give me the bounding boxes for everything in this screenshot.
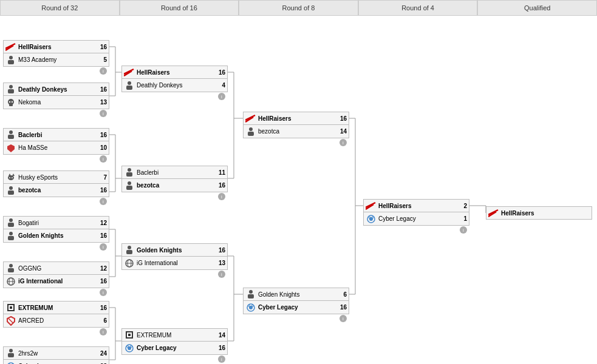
svg-rect-18 — [8, 190, 14, 195]
r4m1-team2-score: 1 — [457, 215, 467, 222]
hr-icon-3 — [245, 113, 256, 124]
qualified-team1: HellRaisers — [486, 206, 592, 220]
shield2-icon — [5, 315, 16, 326]
r32-match-1: HellRaisers 16 M33 Academy 5 i — [3, 40, 109, 75]
svg-rect-61 — [248, 132, 254, 136]
r32m1-team2-score: 5 — [97, 56, 107, 63]
player-icon-14 — [245, 289, 256, 300]
info-btn-r16m1[interactable]: i — [218, 93, 225, 100]
r8-match-1: HellRaisers 16 bezotca 14 i — [243, 112, 349, 147]
round-header-r4: Round of 4 — [358, 0, 478, 16]
svg-point-9 — [12, 101, 13, 102]
r32m4-team2-score: 16 — [97, 187, 107, 194]
r32m5-team1-score: 12 — [97, 220, 107, 226]
svg-rect-3 — [8, 60, 14, 64]
r16m1-team2-score: 4 — [216, 82, 225, 89]
hr-icon-2 — [124, 67, 135, 78]
r16m4-team1-name: EXTREMUM — [137, 332, 214, 339]
r32m6-team2-score: 16 — [97, 278, 107, 285]
svg-point-10 — [9, 130, 13, 134]
info-btn-r16m3[interactable]: i — [218, 271, 225, 278]
r16m1-team1-score: 16 — [216, 69, 225, 76]
r32m6-team1-name: OGGNG — [18, 265, 95, 272]
r32m6-team1: OGGNG 12 — [3, 261, 109, 275]
r32m5-team2-score: 16 — [97, 232, 107, 239]
player-icon-7 — [5, 263, 16, 274]
r32m6-team2-name: iG International — [18, 278, 95, 285]
info-btn-r32m5[interactable]: i — [100, 243, 107, 251]
r32m4-team1-score: 7 — [97, 174, 107, 181]
player-icon-2 — [5, 84, 16, 95]
round-header-qualified: Qualified — [477, 0, 597, 16]
info-btn-r32m3[interactable]: i — [100, 155, 107, 163]
svg-point-17 — [9, 186, 13, 190]
globe-icon-2 — [124, 258, 135, 269]
svg-point-21 — [9, 232, 13, 235]
info-btn-r32m4[interactable]: i — [100, 198, 107, 205]
svg-rect-63 — [248, 294, 254, 298]
r8m2-team1-name: Golden Knights — [258, 291, 335, 298]
r32m7-team2-score: 6 — [97, 317, 107, 324]
info-btn-r16m4[interactable]: i — [218, 356, 225, 363]
r8m1-team1-score: 16 — [337, 115, 347, 122]
r4m1-team1: HellRaisers 2 — [363, 199, 469, 212]
r16m2-team1: Baclerbi 11 — [121, 166, 228, 179]
player-icon-13 — [245, 126, 256, 137]
info-btn-r8m2[interactable]: i — [339, 315, 347, 322]
info-btn-r16m2[interactable]: i — [218, 193, 225, 200]
svg-point-8 — [9, 101, 10, 102]
svg-point-57 — [131, 345, 132, 347]
hr-icon-5 — [488, 207, 499, 218]
bracket-area: HellRaisers 16 M33 Academy 5 i Deathly D… — [0, 16, 597, 364]
svg-point-4 — [9, 85, 13, 89]
info-btn-r32m6[interactable]: i — [100, 289, 107, 296]
r32m6-team1-score: 12 — [97, 265, 107, 272]
svg-rect-43 — [126, 172, 132, 177]
box-icon-2 — [124, 329, 135, 340]
cyber-icon — [5, 361, 16, 365]
player-icon-4 — [5, 185, 16, 196]
r8-match-2: Golden Knights 6 Cyber Legacy 16 i — [243, 288, 349, 323]
r16m1-team1: HellRaisers 16 — [121, 66, 228, 79]
r32m5-team2: Golden Knights 16 — [3, 229, 109, 243]
r16m3-team2-name: iG International — [137, 260, 214, 266]
r16m3-team2-score: 13 — [216, 260, 225, 266]
r8m2-team1-score: 6 — [337, 291, 347, 298]
wolf-icon — [5, 172, 16, 183]
svg-marker-13 — [9, 174, 11, 176]
r4m1-team1-name: HellRaisers — [378, 203, 455, 209]
r8m2-team1: Golden Knights 6 — [243, 288, 349, 301]
info-btn-r32m1[interactable]: i — [100, 67, 107, 75]
r16m1-team2: Deathly Donkeys 4 — [121, 79, 228, 92]
player-icon-9 — [124, 80, 135, 91]
player-icon-6 — [5, 231, 16, 241]
svg-rect-45 — [126, 186, 132, 190]
r32m2-team2: Nekoma 13 — [3, 96, 109, 109]
svg-point-2 — [9, 56, 13, 59]
r16m2-team2-name: bezotca — [137, 182, 214, 189]
r8m2-team2-score: 16 — [337, 304, 347, 311]
info-btn-r32m2[interactable]: i — [100, 110, 107, 117]
svg-rect-7 — [9, 104, 13, 106]
info-btn-r32m7[interactable]: i — [100, 328, 107, 335]
r16m2-team1-score: 11 — [216, 169, 225, 176]
globe-icon — [5, 276, 16, 287]
r16m4-team1-score: 14 — [216, 332, 225, 339]
round-header-r32: Round of 32 — [0, 0, 120, 16]
info-btn-r4m1[interactable]: i — [460, 226, 467, 234]
round-header-r8: Round of 8 — [239, 0, 358, 16]
r32m8-team2: Cyber Legacy 28 — [3, 360, 109, 364]
r32-match-2: Deathly Donkeys 16 Nekoma 13 i — [3, 83, 109, 118]
svg-point-12 — [8, 175, 14, 180]
svg-point-19 — [9, 218, 13, 222]
svg-point-16 — [12, 177, 13, 178]
r32m7-team2: ARCRED 6 — [3, 314, 109, 328]
r32m4-team1: Husky eSports 7 — [3, 170, 109, 184]
svg-point-15 — [9, 177, 10, 178]
r32-match-3: Baclerbi 16 Ha MaSSe 10 i — [3, 128, 109, 163]
svg-rect-53 — [128, 334, 131, 336]
r32m1-team1: HellRaisers 16 — [3, 40, 109, 53]
r16m3-team1-score: 16 — [216, 247, 225, 254]
info-btn-r8m1[interactable]: i — [339, 139, 347, 146]
cyber-icon-4 — [366, 214, 377, 224]
